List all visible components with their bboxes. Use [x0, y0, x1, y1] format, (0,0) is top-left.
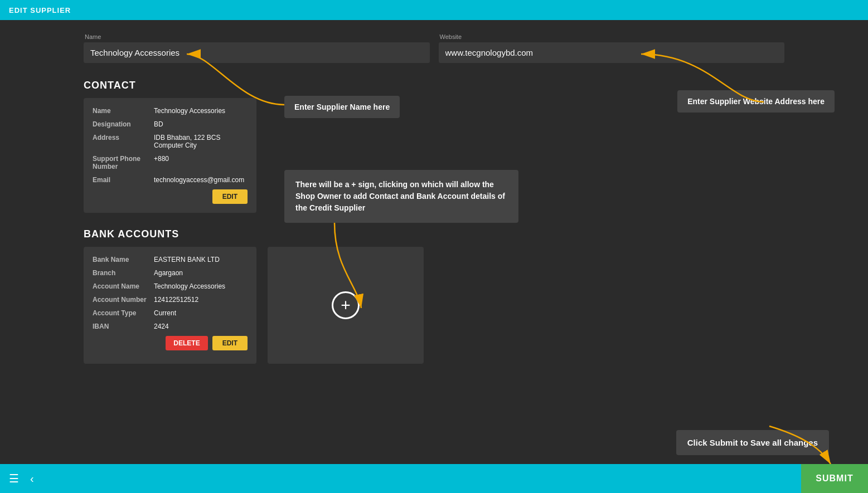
contact-name-row: Name Technology Accessories — [93, 107, 248, 115]
contact-email-val: technologyaccess@gmail.com — [154, 176, 244, 184]
contact-phone-val: +880 — [154, 155, 169, 170]
contact-edit-button[interactable]: EDIT — [212, 189, 248, 204]
bank-account-number-key: Account Number — [93, 296, 154, 304]
name-label: Name — [84, 33, 430, 40]
contact-designation-row: Designation BD — [93, 120, 248, 128]
bank-branch-key: Branch — [93, 269, 154, 277]
bank-edit-button[interactable]: EDIT — [212, 336, 248, 350]
contact-designation-key: Designation — [93, 120, 154, 128]
contact-card: Name Technology Accessories Designation … — [84, 98, 256, 213]
top-bar: EDIT SUPPLIER — [0, 0, 868, 20]
top-inputs: Name Website — [84, 33, 784, 63]
bank-account-type-row: Account Type Current — [93, 309, 248, 317]
add-bank-card[interactable]: + — [268, 247, 424, 364]
website-input[interactable] — [439, 42, 785, 63]
bank-iban-val: 2424 — [154, 323, 169, 330]
bottom-bar-icons: ☰ ‹ — [9, 472, 34, 485]
bank-iban-row: IBAN 2424 — [93, 323, 248, 330]
bottom-bar: ☰ ‹ SUBMIT — [0, 464, 868, 493]
bank-branch-val: Agargaon — [154, 269, 183, 277]
submit-button[interactable]: SUBMIT — [801, 464, 868, 493]
bank-delete-button[interactable]: DELETE — [166, 336, 207, 350]
contact-name-val: Technology Accessories — [154, 107, 225, 115]
bank-account-number-val: 124122512512 — [154, 296, 198, 304]
add-contact-tooltip: There will be a + sign, clicking on whic… — [284, 170, 518, 223]
website-label: Website — [439, 33, 785, 40]
bank-account-number-row: Account Number 124122512512 — [93, 296, 248, 304]
name-input[interactable] — [84, 42, 430, 63]
bank-iban-key: IBAN — [93, 323, 154, 330]
contact-email-row: Email technologyaccess@gmail.com — [93, 176, 248, 184]
bank-branch-row: Branch Agargaon — [93, 269, 248, 277]
bank-name-row: Bank Name EASTERN BANK LTD — [93, 256, 248, 263]
submit-tooltip: Click Submit to Save all changes — [676, 430, 829, 455]
bank-section: BANK ACCOUNTS Bank Name EASTERN BANK LTD… — [84, 228, 784, 364]
contact-name-key: Name — [93, 107, 154, 115]
contact-phone-key: Support Phone Number — [93, 155, 154, 170]
page-title: EDIT SUPPLIER — [9, 6, 71, 14]
bank-account-type-val: Current — [154, 309, 176, 317]
bank-buttons: DELETE EDIT — [93, 336, 248, 350]
bank-account-name-val: Technology Accessories — [154, 282, 225, 290]
back-icon[interactable]: ‹ — [30, 472, 34, 485]
bank-account-name-row: Account Name Technology Accessories — [93, 282, 248, 290]
bank-account-name-key: Account Name — [93, 282, 154, 290]
contact-address-val: IDB Bhaban, 122 BCS Computer City — [154, 134, 248, 149]
bank-name-key: Bank Name — [93, 256, 154, 263]
hamburger-icon[interactable]: ☰ — [9, 472, 19, 485]
contact-designation-val: BD — [154, 120, 163, 128]
bank-cards-row: Bank Name EASTERN BANK LTD Branch Agarga… — [84, 247, 784, 364]
contact-title: CONTACT — [84, 80, 784, 91]
name-input-group: Name — [84, 33, 430, 63]
bank-title: BANK ACCOUNTS — [84, 228, 784, 240]
bank-account-type-key: Account Type — [93, 309, 154, 317]
website-tooltip: Enter Supplier Website Address here — [677, 90, 835, 113]
contact-email-key: Email — [93, 176, 154, 184]
bank-name-val: EASTERN BANK LTD — [154, 256, 220, 263]
contact-phone-row: Support Phone Number +880 — [93, 155, 248, 170]
website-input-group: Website — [439, 33, 785, 63]
plus-icon: + — [332, 291, 360, 319]
bank-card: Bank Name EASTERN BANK LTD Branch Agarga… — [84, 247, 256, 364]
contact-address-key: Address — [93, 134, 154, 149]
contact-buttons: EDIT — [93, 189, 248, 204]
contact-address-row: Address IDB Bhaban, 122 BCS Computer Cit… — [93, 134, 248, 149]
name-tooltip: Enter Supplier Name here — [284, 96, 400, 118]
